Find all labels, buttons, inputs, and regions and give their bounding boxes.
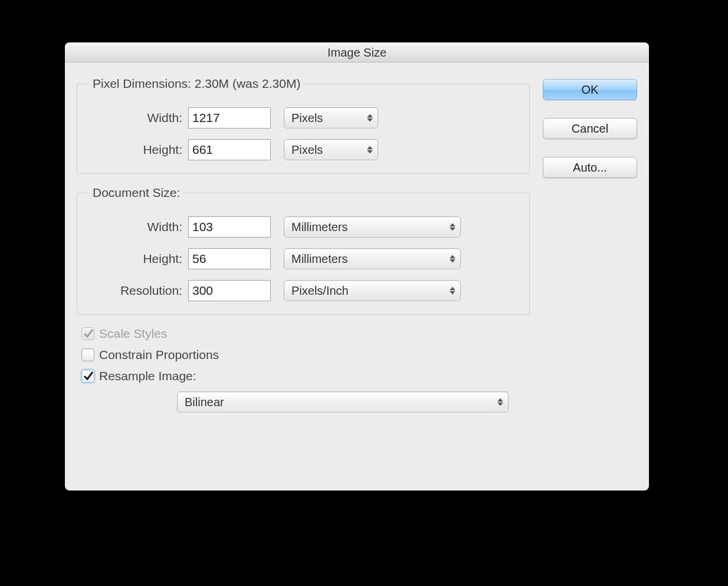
svg-marker-10 <box>497 399 503 402</box>
constrain-proportions-checkbox[interactable] <box>81 348 94 361</box>
scale-styles-row: Scale Styles <box>81 327 530 341</box>
ok-button[interactable]: OK <box>543 79 637 100</box>
image-size-dialog: Image Size Pixel Dimensions: 2.30M (was … <box>65 42 649 490</box>
resample-image-label: Resample Image: <box>99 369 196 383</box>
doc-width-unit-select[interactable]: Millimeters <box>284 216 461 238</box>
pixel-width-unit-select[interactable]: Pixels <box>284 107 378 129</box>
doc-height-label: Height: <box>89 252 188 266</box>
constrain-proportions-row[interactable]: Constrain Proportions <box>81 348 530 362</box>
resolution-unit-value: Pixels/Inch <box>291 284 349 298</box>
svg-marker-0 <box>367 114 373 118</box>
stepper-arrows-icon <box>367 114 373 122</box>
doc-height-unit-select[interactable]: Millimeters <box>284 248 461 269</box>
scale-styles-checkbox <box>81 327 94 340</box>
constrain-proportions-label: Constrain Proportions <box>99 348 219 362</box>
resample-method-value: Bilinear <box>185 396 224 409</box>
pixel-dimensions-group: Pixel Dimensions: 2.30M (was 2.30M) Widt… <box>77 77 530 174</box>
svg-marker-6 <box>450 255 455 259</box>
svg-marker-7 <box>450 259 455 263</box>
svg-marker-1 <box>367 118 373 122</box>
pixel-height-unit-value: Pixels <box>291 143 323 157</box>
resample-image-row[interactable]: Resample Image: <box>81 369 530 383</box>
svg-marker-2 <box>367 146 373 150</box>
doc-width-unit-value: Millimeters <box>291 220 348 234</box>
svg-marker-5 <box>450 228 455 231</box>
document-size-group: Document Size: Width: Millimeters Height… <box>77 186 530 315</box>
resample-method-select[interactable]: Bilinear <box>177 391 509 413</box>
auto-button[interactable]: Auto... <box>543 157 637 178</box>
doc-height-unit-value: Millimeters <box>291 252 348 266</box>
scale-styles-label: Scale Styles <box>99 327 168 341</box>
resolution-input[interactable] <box>188 280 271 301</box>
pixel-height-input[interactable] <box>188 139 271 160</box>
pixel-height-label: Height: <box>89 143 188 157</box>
pixel-height-unit-select[interactable]: Pixels <box>284 139 378 160</box>
svg-marker-8 <box>450 287 455 291</box>
doc-width-label: Width: <box>89 220 188 234</box>
document-size-legend: Document Size: <box>89 186 183 200</box>
doc-height-input[interactable] <box>188 248 271 269</box>
cancel-button[interactable]: Cancel <box>543 118 637 139</box>
pixel-width-label: Width: <box>89 111 188 125</box>
pixel-width-input[interactable] <box>188 107 271 129</box>
doc-width-input[interactable] <box>188 216 271 238</box>
pixel-width-unit-value: Pixels <box>291 111 323 125</box>
svg-marker-11 <box>497 403 503 406</box>
svg-marker-3 <box>367 150 373 154</box>
window-title: Image Size <box>65 42 649 62</box>
resolution-unit-select[interactable]: Pixels/Inch <box>284 280 461 301</box>
stepper-arrows-icon <box>367 146 373 154</box>
resample-image-checkbox[interactable] <box>81 370 94 383</box>
stepper-arrows-icon <box>450 223 455 231</box>
resolution-label: Resolution: <box>89 284 188 298</box>
stepper-arrows-icon <box>497 399 503 406</box>
svg-marker-4 <box>450 223 455 227</box>
svg-marker-9 <box>450 291 455 295</box>
pixel-dimensions-legend: Pixel Dimensions: 2.30M (was 2.30M) <box>89 77 304 91</box>
stepper-arrows-icon <box>450 255 455 263</box>
stepper-arrows-icon <box>450 287 455 295</box>
